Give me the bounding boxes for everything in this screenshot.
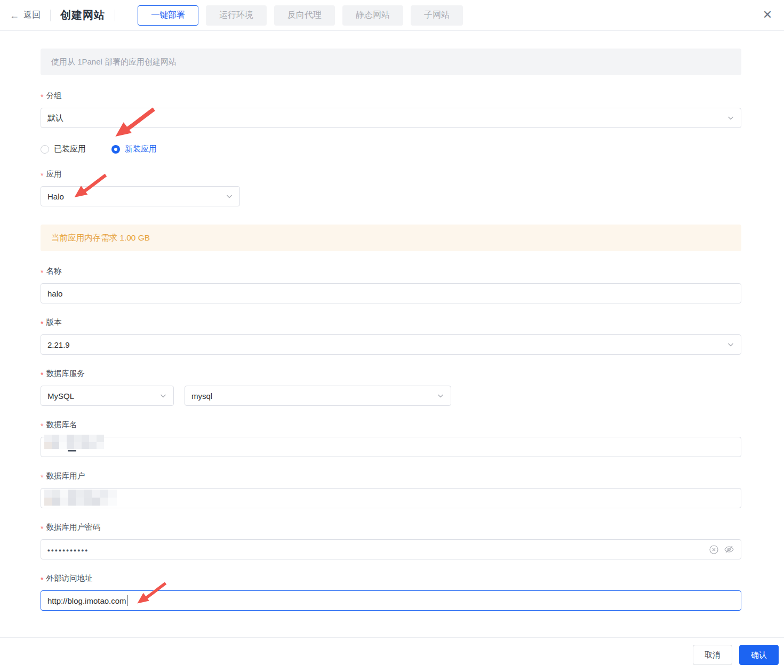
back-label: 返回 xyxy=(23,10,41,21)
install-type-radio-group: 已装应用 新装应用 xyxy=(41,144,741,154)
arrow-left-icon: ← xyxy=(10,11,19,20)
db-name-input[interactable] xyxy=(41,437,741,457)
external-url-value: http://blog.imotao.com xyxy=(47,596,126,605)
chevron-down-icon xyxy=(159,392,167,399)
divider xyxy=(115,10,115,21)
redacted-mosaic xyxy=(44,490,117,506)
chevron-down-icon xyxy=(727,341,734,348)
password-masked-value: ••••••••••• xyxy=(47,546,89,554)
required-asterisk: * xyxy=(41,524,43,533)
form-item-version: * 版本 2.21.9 xyxy=(41,317,741,355)
radio-circle-checked-icon xyxy=(111,145,120,154)
db-user-input[interactable] xyxy=(41,488,741,508)
required-asterisk: * xyxy=(41,93,43,101)
required-asterisk: * xyxy=(41,473,43,482)
tab-runtime[interactable]: 运行环境 xyxy=(206,5,267,26)
external-url-input[interactable]: http://blog.imotao.com xyxy=(41,590,741,611)
radio-new-app[interactable]: 新装应用 xyxy=(111,144,157,154)
db-type-select-value: MySQL xyxy=(47,391,74,401)
back-button[interactable]: ← 返回 xyxy=(10,10,41,21)
db-password-label: * 数据库用户密码 xyxy=(41,522,741,532)
db-password-input[interactable]: ••••••••••• xyxy=(41,539,741,559)
close-icon[interactable]: ✕ xyxy=(762,10,773,21)
chevron-down-icon xyxy=(226,193,233,200)
circle-x-icon[interactable] xyxy=(709,545,718,554)
text-caret xyxy=(127,595,128,606)
required-asterisk: * xyxy=(41,371,43,379)
tab-static-site[interactable]: 静态网站 xyxy=(342,5,403,26)
divider xyxy=(50,10,51,21)
form-item-app: * 应用 Halo xyxy=(41,169,741,206)
required-asterisk: * xyxy=(41,171,43,180)
form-item-db-user: * 数据库用户 xyxy=(41,471,741,508)
form-item-group: * 分组 默认 xyxy=(41,91,741,128)
name-label: * 名称 xyxy=(41,266,741,276)
tab-subsite[interactable]: 子网站 xyxy=(411,5,463,26)
tab-bar: 一键部署 运行环境 反向代理 静态网站 子网站 xyxy=(138,5,463,26)
tab-reverse-proxy[interactable]: 反向代理 xyxy=(274,5,335,26)
dialog-footer: 取消 确认 xyxy=(0,637,784,672)
redacted-mosaic xyxy=(44,435,109,452)
version-label: * 版本 xyxy=(41,317,741,327)
group-select-value: 默认 xyxy=(47,113,63,123)
required-asterisk: * xyxy=(41,575,43,584)
tab-one-click-deploy[interactable]: 一键部署 xyxy=(138,5,198,26)
dialog-header: ← 返回 创建网站 一键部署 运行环境 反向代理 静态网站 子网站 ✕ xyxy=(0,0,784,31)
required-asterisk: * xyxy=(41,319,43,328)
required-asterisk: * xyxy=(41,422,43,430)
db-instance-select-value: mysql xyxy=(191,391,212,401)
required-asterisk: * xyxy=(41,268,43,277)
name-input[interactable]: halo xyxy=(41,283,741,303)
db-type-select[interactable]: MySQL xyxy=(41,386,174,406)
info-banner: 使用从 1Panel 部署的应用创建网站 xyxy=(41,49,741,75)
app-select-value: Halo xyxy=(47,192,64,201)
page-title: 创建网站 xyxy=(60,8,105,22)
db-name-label: * 数据库名 xyxy=(41,420,741,430)
group-label: * 分组 xyxy=(41,91,741,101)
version-select-value: 2.21.9 xyxy=(47,340,70,349)
version-select[interactable]: 2.21.9 xyxy=(41,334,741,355)
memory-requirement-notice: 当前应用内存需求 1.00 GB xyxy=(41,225,741,251)
form-item-db-password: * 数据库用户密码 ••••••••••• xyxy=(41,522,741,559)
radio-installed-app[interactable]: 已装应用 xyxy=(41,144,86,154)
radio-circle-icon xyxy=(41,145,49,154)
app-label: * 应用 xyxy=(41,169,741,179)
external-url-label: * 外部访问地址 xyxy=(41,573,741,583)
name-input-value: halo xyxy=(47,289,62,298)
app-select[interactable]: Halo xyxy=(41,186,240,206)
db-user-label: * 数据库用户 xyxy=(41,471,741,481)
group-select[interactable]: 默认 xyxy=(41,108,741,128)
form-item-external-url: * 外部访问地址 http://blog.imotao.com xyxy=(41,573,741,611)
db-instance-select[interactable]: mysql xyxy=(185,386,451,406)
chevron-down-icon xyxy=(727,114,734,122)
db-service-label: * 数据库服务 xyxy=(41,369,741,379)
cancel-button[interactable]: 取消 xyxy=(693,645,732,665)
eye-off-icon[interactable] xyxy=(724,545,734,554)
form-item-name: * 名称 halo xyxy=(41,266,741,303)
form-item-db-name: * 数据库名 xyxy=(41,420,741,457)
form-body: 使用从 1Panel 部署的应用创建网站 * 分组 默认 已装应用 新装应用 *… xyxy=(0,31,784,611)
form-item-db-service: * 数据库服务 MySQL mysql xyxy=(41,369,741,406)
chevron-down-icon xyxy=(437,392,444,399)
confirm-button[interactable]: 确认 xyxy=(739,645,779,665)
